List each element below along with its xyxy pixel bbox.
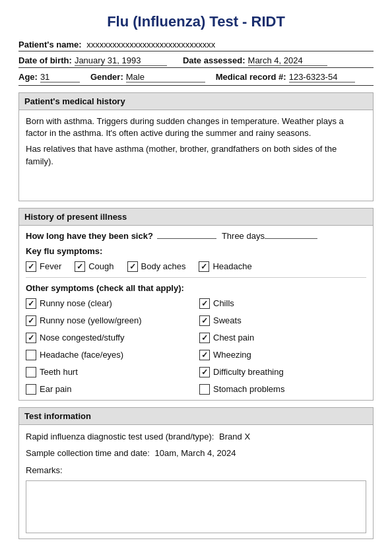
other-symptoms-label: Other symptoms (check all that apply): xyxy=(26,283,366,293)
other-symptom-runny_nose_yellow: Runny nose (yellow/green) xyxy=(26,315,193,326)
medical-record-value: 123-6323-54 xyxy=(289,72,355,82)
medical-history-body: Born with asthma. Triggers during sudden… xyxy=(19,110,373,201)
other-symptom-runny_nose_clear: Runny nose (clear) xyxy=(26,298,193,309)
test-info-body: Rapid influenza diagnostic test used (br… xyxy=(19,425,373,539)
key-symptom-headache: Headache xyxy=(199,261,251,272)
checkbox-chills[interactable] xyxy=(199,298,210,309)
checkbox-runny_nose_clear[interactable] xyxy=(26,298,36,309)
checkbox-label-runny_nose_clear: Runny nose (clear) xyxy=(40,298,112,308)
medical-history-header: Patient's medical history xyxy=(19,93,373,110)
sample-row: Sample collection time and date: 10am, M… xyxy=(26,447,366,460)
how-long-value: Three days xyxy=(222,231,265,241)
other-symptom-ear_pain: Ear pain xyxy=(26,384,193,395)
checkbox-label-headache: Headache xyxy=(212,261,251,271)
age-label: Age: xyxy=(18,72,38,82)
medical-history-p1: Born with asthma. Triggers during sudden… xyxy=(26,115,366,139)
brand-value: Brand X xyxy=(219,432,250,441)
patient-name-value: xxxxxxxxxxxxxxxxxxxxxxxxxxxxxx xyxy=(86,40,215,49)
remarks-box xyxy=(26,480,366,533)
checkbox-label-fever: Fever xyxy=(40,261,61,271)
checkbox-label-headache_face: Headache (face/eyes) xyxy=(40,350,123,360)
how-long-label: How long have they been sick? xyxy=(26,231,153,241)
brand-row: Rapid influenza diagnostic test used (br… xyxy=(26,430,366,443)
checkbox-label-difficulty_breathing: Difficulty breathing xyxy=(213,367,284,377)
checkbox-fever[interactable] xyxy=(26,261,36,272)
illness-header: History of present illness xyxy=(19,209,373,226)
sample-value: 10am, March 4, 2024 xyxy=(155,448,236,458)
checkbox-runny_nose_yellow[interactable] xyxy=(26,315,36,326)
key-symptom-cough: Cough xyxy=(75,261,114,272)
checkbox-label-cough: Cough xyxy=(88,261,114,271)
test-info-section: Test information Rapid influenza diagnos… xyxy=(18,407,374,540)
checkbox-chest_pain[interactable] xyxy=(199,333,210,343)
checkbox-headache[interactable] xyxy=(199,261,209,272)
dob-date-row: Date of birth: January 31, 1993 Date ass… xyxy=(18,55,374,68)
test-info-header: Test information xyxy=(19,408,373,425)
key-symptom-fever: Fever xyxy=(26,261,61,272)
illness-section: History of present illness How long have… xyxy=(18,208,374,401)
checkbox-label-wheezing: Wheezing xyxy=(213,350,251,360)
key-symptoms-label: Key flu symptoms: xyxy=(26,246,366,256)
checkbox-label-chills: Chills xyxy=(213,298,234,308)
age-value: 31 xyxy=(40,72,80,82)
checkbox-cough[interactable] xyxy=(75,261,85,272)
gender-value: Male xyxy=(126,72,205,82)
remarks-label: Remarks: xyxy=(26,465,63,475)
checkbox-headache_face[interactable] xyxy=(26,350,36,360)
other-symptom-wheezing: Wheezing xyxy=(199,350,366,360)
checkbox-teeth_hurt[interactable] xyxy=(26,367,36,377)
page-title: Flu (Influenza) Test - RIDT xyxy=(18,13,374,30)
key-symptom-body_aches: Body aches xyxy=(127,261,186,272)
other-symptoms-grid: Runny nose (clear)ChillsRunny nose (yell… xyxy=(26,298,366,395)
date-assessed-value: March 4, 2024 xyxy=(248,55,327,66)
checkbox-nose_congested[interactable] xyxy=(26,333,36,343)
age-gender-row: Age: 31 Gender: Male Medical record #: 1… xyxy=(18,72,374,86)
checkbox-difficulty_breathing[interactable] xyxy=(199,367,210,377)
other-symptom-sweats: Sweats xyxy=(199,315,366,326)
sample-label: Sample collection time and date: xyxy=(26,448,150,458)
medical-history-section: Patient's medical history Born with asth… xyxy=(18,92,374,201)
other-symptom-teeth_hurt: Teeth hurt xyxy=(26,367,193,377)
how-long-row: How long have they been sick? Three days xyxy=(26,231,366,241)
checkbox-label-teeth_hurt: Teeth hurt xyxy=(40,367,78,377)
patient-name-row: Patient's name: xxxxxxxxxxxxxxxxxxxxxxxx… xyxy=(18,40,374,51)
other-symptom-chills: Chills xyxy=(199,298,366,309)
other-symptom-chest_pain: Chest pain xyxy=(199,333,366,343)
medical-record-label: Medical record #: xyxy=(216,72,286,82)
other-symptom-headache_face: Headache (face/eyes) xyxy=(26,350,193,360)
checkbox-ear_pain[interactable] xyxy=(26,384,36,395)
checkbox-label-sweats: Sweats xyxy=(213,315,242,325)
remarks-row: Remarks: xyxy=(26,464,366,477)
other-symptom-nose_congested: Nose congested/stuffy xyxy=(26,333,193,343)
checkbox-wheezing[interactable] xyxy=(199,350,210,360)
dob-value: January 31, 1993 xyxy=(75,55,167,66)
checkbox-stomach_problems[interactable] xyxy=(199,384,210,395)
dob-label: Date of birth: xyxy=(18,55,72,65)
checkbox-label-body_aches: Body aches xyxy=(141,261,186,271)
checkbox-sweats[interactable] xyxy=(199,315,210,326)
key-symptoms-row: FeverCoughBody achesHeadache xyxy=(26,261,366,272)
illness-body: How long have they been sick? Three days… xyxy=(19,226,373,400)
patient-name-label: Patient's name: xyxy=(18,40,82,49)
checkbox-label-ear_pain: Ear pain xyxy=(40,384,71,394)
other-symptom-stomach_problems: Stomach problems xyxy=(199,384,366,395)
date-assessed-label: Date assessed: xyxy=(183,55,245,65)
other-symptom-difficulty_breathing: Difficulty breathing xyxy=(199,367,366,377)
brand-label: Rapid influenza diagnostic test used (br… xyxy=(26,432,214,441)
checkbox-label-runny_nose_yellow: Runny nose (yellow/green) xyxy=(40,315,142,325)
gender-label: Gender: xyxy=(90,72,123,82)
checkbox-label-stomach_problems: Stomach problems xyxy=(213,384,284,394)
checkbox-label-chest_pain: Chest pain xyxy=(213,333,254,343)
medical-history-p2: Has relatives that have asthma (mother, … xyxy=(26,143,366,167)
checkbox-body_aches[interactable] xyxy=(127,261,138,272)
checkbox-label-nose_congested: Nose congested/stuffy xyxy=(40,333,124,343)
